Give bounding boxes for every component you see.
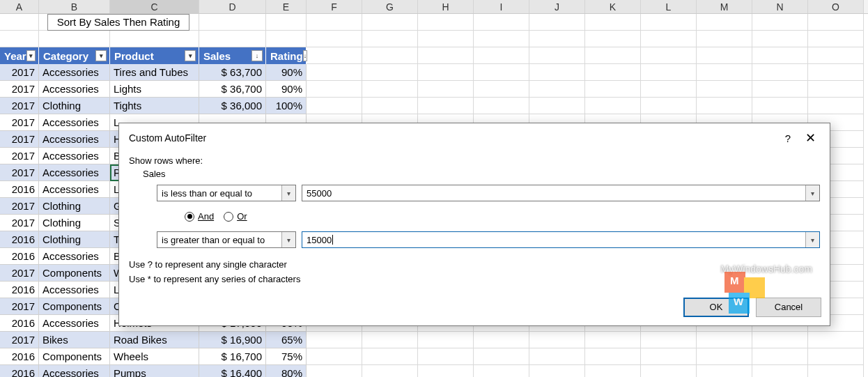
cell-category[interactable]: Accessories — [39, 81, 110, 98]
cell-rating[interactable]: 65% — [266, 332, 307, 348]
cell-year[interactable]: 2017 — [0, 332, 39, 348]
cell-rating[interactable]: 80% — [266, 365, 307, 377]
cell-category[interactable]: Accessories — [39, 114, 110, 131]
col-I[interactable]: I — [474, 0, 529, 13]
cell-rating[interactable]: 100% — [266, 98, 307, 114]
value-2-input[interactable]: 15000 ▾ — [302, 231, 820, 248]
col-J[interactable]: J — [529, 0, 585, 13]
radio-and[interactable]: And — [185, 211, 214, 222]
header-product[interactable]: Product — [110, 47, 199, 64]
cell-year[interactable]: 2017 — [0, 98, 39, 114]
cell-year[interactable]: 2017 — [0, 215, 39, 231]
cell-year[interactable]: 2017 — [0, 198, 39, 215]
cell-rating[interactable]: 90% — [266, 64, 307, 81]
table-row[interactable]: 2017ClothingTights$ 36,000100% — [0, 98, 307, 114]
cell-category[interactable]: Components — [39, 348, 110, 365]
cancel-button[interactable]: Cancel — [756, 298, 821, 317]
filter-sort-icon[interactable] — [251, 50, 263, 61]
table-row[interactable]: 2016ComponentsWheels$ 16,70075% — [0, 348, 307, 365]
cell-year[interactable]: 2017 — [0, 114, 39, 131]
cell-year[interactable]: 2016 — [0, 181, 39, 198]
cell-year[interactable]: 2016 — [0, 348, 39, 365]
cell-year[interactable]: 2017 — [0, 164, 39, 181]
help-icon[interactable]: ? — [777, 132, 799, 144]
filter-column-label: Sales — [143, 169, 820, 179]
cell-product[interactable]: Road Bikes — [110, 332, 199, 348]
cell-category[interactable]: Accessories — [39, 181, 110, 198]
cell-product[interactable]: Lights — [110, 81, 199, 98]
cell-year[interactable]: 2017 — [0, 81, 39, 98]
col-F[interactable]: F — [307, 0, 362, 13]
cell-sales[interactable]: $ 16,900 — [199, 332, 266, 348]
cell-category[interactable]: Accessories — [39, 131, 110, 148]
header-category[interactable]: Category — [39, 47, 110, 64]
cell-product[interactable]: Wheels — [110, 348, 199, 365]
operator-2-select[interactable]: is greater than or equal to ▾ — [157, 231, 296, 248]
cell-category[interactable]: Accessories — [39, 164, 110, 181]
header-rating[interactable]: Rating — [266, 47, 307, 64]
cell-rating[interactable]: 90% — [266, 81, 307, 98]
cell-category[interactable]: Clothing — [39, 98, 110, 114]
cell-product[interactable]: Tights — [110, 98, 199, 114]
col-A[interactable]: A — [0, 0, 39, 13]
cell-category[interactable]: Components — [39, 265, 110, 282]
cell-sales[interactable]: $ 63,700 — [199, 64, 266, 81]
cell-sales[interactable]: $ 16,700 — [199, 348, 266, 365]
cell-year[interactable]: 2016 — [0, 365, 39, 377]
cell-category[interactable]: Bikes — [39, 332, 110, 348]
table-row[interactable]: 2017AccessoriesTires and Tubes$ 63,70090… — [0, 64, 307, 81]
cell-category[interactable]: Clothing — [39, 198, 110, 215]
cell-category[interactable]: Accessories — [39, 248, 110, 265]
col-E[interactable]: E — [266, 0, 307, 13]
close-icon[interactable]: ✕ — [799, 130, 821, 146]
cell-category[interactable]: Accessories — [39, 365, 110, 377]
cell-sales[interactable]: $ 36,000 — [199, 98, 266, 114]
cell-sales[interactable]: $ 36,700 — [199, 81, 266, 98]
cell-year[interactable]: 2016 — [0, 231, 39, 248]
operator-1-select[interactable]: is less than or equal to ▾ — [157, 185, 296, 201]
cell-sales[interactable]: $ 16,400 — [199, 365, 266, 377]
filter-sort-icon[interactable] — [303, 50, 308, 61]
cell-category[interactable]: Accessories — [39, 148, 110, 164]
sort-button[interactable]: Sort By Sales Then Rating — [47, 14, 189, 31]
filter-dropdown-icon[interactable] — [185, 50, 196, 61]
cell-product[interactable]: Tires and Tubes — [110, 64, 199, 81]
cell-product[interactable]: Pumps — [110, 365, 199, 377]
table-row[interactable]: 2017BikesRoad Bikes$ 16,90065% — [0, 332, 307, 348]
cell-rating[interactable]: 75% — [266, 348, 307, 365]
filter-dropdown-icon[interactable] — [95, 50, 107, 61]
cell-category[interactable]: Components — [39, 298, 110, 315]
header-year[interactable]: Year — [0, 47, 39, 64]
cell-year[interactable]: 2016 — [0, 248, 39, 265]
col-N[interactable]: N — [752, 0, 808, 13]
cell-year[interactable]: 2016 — [0, 315, 39, 332]
filter-dropdown-icon[interactable] — [26, 50, 36, 61]
dialog-titlebar[interactable]: Custom AutoFilter ? ✕ — [119, 123, 830, 151]
cell-year[interactable]: 2016 — [0, 282, 39, 298]
value-1-input[interactable]: 55000 ▾ — [302, 185, 820, 201]
cell-year[interactable]: 2017 — [0, 131, 39, 148]
cell-year[interactable]: 2017 — [0, 265, 39, 282]
col-M[interactable]: M — [697, 0, 752, 13]
cell-year[interactable]: 2017 — [0, 148, 39, 164]
cell-year[interactable]: 2017 — [0, 64, 39, 81]
col-L[interactable]: L — [641, 0, 697, 13]
col-O[interactable]: O — [808, 0, 864, 13]
col-G[interactable]: G — [362, 0, 418, 13]
cell-category[interactable]: Clothing — [39, 231, 110, 248]
cell-category[interactable]: Accessories — [39, 64, 110, 81]
table-row[interactable]: 2017AccessoriesLights$ 36,70090% — [0, 81, 307, 98]
col-H[interactable]: H — [418, 0, 474, 13]
col-D[interactable]: D — [199, 0, 266, 13]
ok-button[interactable]: OK — [683, 298, 749, 317]
col-B[interactable]: B — [39, 0, 110, 13]
table-row[interactable]: 2016AccessoriesPumps$ 16,40080% — [0, 365, 307, 377]
col-K[interactable]: K — [585, 0, 641, 13]
cell-category[interactable]: Accessories — [39, 282, 110, 298]
cell-category[interactable]: Accessories — [39, 315, 110, 332]
col-C[interactable]: C — [110, 0, 199, 13]
header-sales[interactable]: Sales — [199, 47, 266, 64]
cell-category[interactable]: Clothing — [39, 215, 110, 231]
cell-year[interactable]: 2017 — [0, 298, 39, 315]
radio-or[interactable]: Or — [224, 211, 247, 222]
